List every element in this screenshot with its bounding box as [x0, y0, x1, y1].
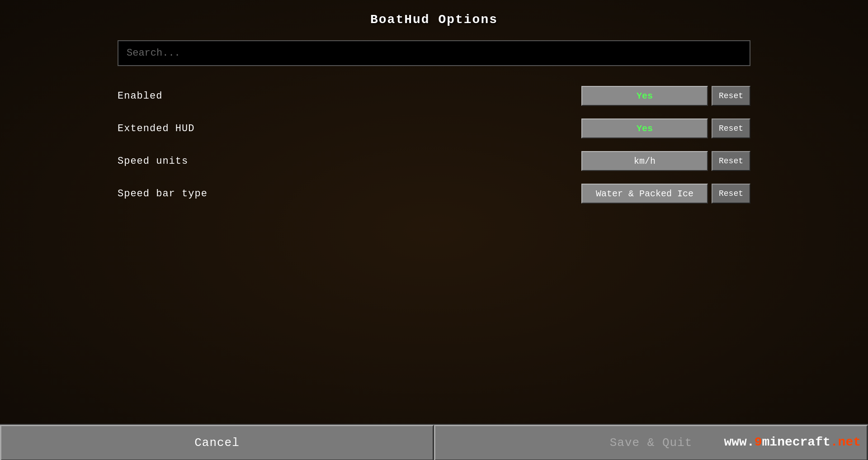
bottom-bar: Cancel Save & Quit www.9minecraft.net — [0, 424, 868, 460]
option-controls-extended-hud: Yes Reset — [581, 119, 750, 138]
extended-hud-value-button[interactable]: Yes — [581, 119, 708, 138]
option-label-speed-bar-type: Speed bar type — [118, 188, 208, 199]
watermark: www.9minecraft.net — [724, 424, 868, 460]
main-panel: Enabled Yes Reset Extended HUD Yes Reset… — [118, 40, 750, 460]
extended-hud-reset-button[interactable]: Reset — [712, 119, 750, 138]
watermark-minecraft: minecraft — [762, 435, 830, 449]
options-list: Enabled Yes Reset Extended HUD Yes Reset… — [118, 80, 750, 210]
option-controls-enabled: Yes Reset — [581, 86, 750, 106]
option-controls-speed-units: km/h Reset — [581, 151, 750, 171]
speed-units-reset-button[interactable]: Reset — [712, 151, 750, 171]
option-label-extended-hud: Extended HUD — [118, 123, 194, 134]
option-row-speed-bar-type: Speed bar type Water & Packed Ice Reset — [118, 177, 750, 210]
option-row-speed-units: Speed units km/h Reset — [118, 145, 750, 177]
option-row-enabled: Enabled Yes Reset — [118, 80, 750, 112]
watermark-www: www. — [724, 435, 755, 449]
speed-bar-type-reset-button[interactable]: Reset — [712, 184, 750, 204]
watermark-net: .net — [830, 435, 861, 449]
speed-bar-type-value-button[interactable]: Water & Packed Ice — [581, 184, 708, 204]
option-label-speed-units: Speed units — [118, 156, 188, 167]
cancel-button[interactable]: Cancel — [0, 425, 434, 460]
page-title: BoatHud Options — [370, 13, 498, 27]
speed-units-value-button[interactable]: km/h — [581, 151, 708, 171]
option-label-enabled: Enabled — [118, 90, 162, 102]
search-input[interactable] — [118, 40, 750, 66]
option-controls-speed-bar-type: Water & Packed Ice Reset — [581, 184, 750, 204]
enabled-value-button[interactable]: Yes — [581, 86, 708, 106]
option-row-extended-hud: Extended HUD Yes Reset — [118, 112, 750, 145]
watermark-nine: 9 — [755, 435, 762, 449]
enabled-reset-button[interactable]: Reset — [712, 86, 750, 106]
